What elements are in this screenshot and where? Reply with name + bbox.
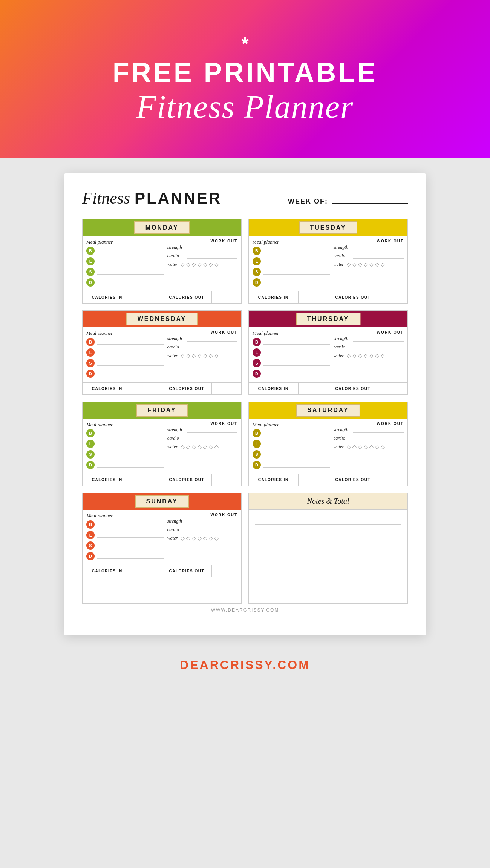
- water-drop: ◇: [181, 353, 185, 359]
- calories-out-value[interactable]: [378, 291, 407, 303]
- day-header-wednesday: WEDNESDAY: [83, 311, 241, 327]
- meal-row: B: [253, 338, 330, 346]
- cardio-label: cardio: [334, 344, 353, 350]
- calories-out-value[interactable]: [212, 565, 241, 577]
- meal-badge: L: [253, 348, 261, 357]
- water-drop: ◇: [347, 261, 351, 267]
- meal-line: [263, 371, 330, 376]
- water-drop: ◇: [203, 261, 207, 267]
- meal-planner-label: Meal planner: [253, 239, 330, 245]
- water-drop: ◇: [381, 261, 385, 267]
- calories-out-value[interactable]: [212, 383, 241, 394]
- cardio-label: cardio: [167, 436, 187, 441]
- day-header-label-wrap: FRIDAY: [136, 404, 187, 417]
- cardio-label: cardio: [167, 253, 187, 259]
- meal-badge: B: [86, 429, 95, 437]
- meal-row: S: [86, 450, 164, 459]
- workout-label: WORK OUT: [334, 239, 404, 243]
- header-planner: Planner: [244, 89, 354, 125]
- calories-out-label: CALORIES OUT: [328, 291, 378, 303]
- calories-out-label: CALORIES OUT: [162, 291, 212, 303]
- calories-out-label: CALORIES OUT: [162, 565, 212, 577]
- meal-line: [97, 259, 164, 264]
- meal-section: Meal plannerBLSD: [86, 513, 164, 563]
- meal-line: [97, 522, 164, 527]
- strength-line: [187, 336, 237, 342]
- water-row: water◇◇◇◇◇◇◇: [167, 261, 237, 267]
- strength-line: [353, 245, 404, 250]
- calories-out-value[interactable]: [212, 474, 241, 486]
- meal-badge: S: [86, 359, 95, 367]
- workout-label: WORK OUT: [167, 422, 237, 426]
- workout-section: WORK OUTstrengthcardiowater◇◇◇◇◇◇◇: [167, 513, 237, 563]
- cardio-line: [353, 436, 404, 441]
- day-header-label-wrap: MONDAY: [134, 221, 190, 234]
- water-label: water: [334, 444, 344, 450]
- water-row: water◇◇◇◇◇◇◇: [167, 535, 237, 541]
- calories-in-value[interactable]: [132, 383, 162, 394]
- meal-badge: B: [253, 247, 261, 255]
- calories-in-value[interactable]: [132, 291, 162, 303]
- meal-badge: B: [86, 247, 95, 255]
- meal-row: L: [86, 531, 164, 539]
- water-drop: ◇: [192, 444, 196, 450]
- meal-line: [263, 441, 330, 446]
- calories-in-value[interactable]: [299, 383, 328, 394]
- meal-line: [97, 431, 164, 436]
- day-name-label: THURSDAY: [307, 316, 349, 322]
- calories-out-value[interactable]: [378, 474, 407, 486]
- cardio-label: cardio: [334, 253, 353, 259]
- calories-in-label: CALORIES IN: [249, 474, 299, 486]
- water-drop: ◇: [181, 444, 185, 450]
- meal-line: [263, 360, 330, 366]
- water-drop: ◇: [198, 261, 202, 267]
- workout-section: WORK OUTstrengthcardiowater◇◇◇◇◇◇◇: [334, 330, 404, 380]
- day-content: Meal plannerBLSDWORK OUTstrengthcardiowa…: [83, 510, 241, 565]
- strength-label: strength: [167, 245, 187, 250]
- calories-in-value[interactable]: [299, 291, 328, 303]
- calories-in-value[interactable]: [132, 474, 162, 486]
- strength-line: [187, 519, 237, 524]
- water-drop: ◇: [209, 444, 213, 450]
- week-of-section: WEEK OF:: [288, 198, 408, 205]
- water-drop: ◇: [203, 353, 207, 359]
- footer-brand: DEARCRISSY.COM: [180, 650, 310, 683]
- calories-row: CALORIES INCALORIES OUT: [83, 474, 241, 486]
- meal-row: L: [253, 257, 330, 265]
- meal-row: S: [253, 359, 330, 367]
- day-content: Meal plannerBLSDWORK OUTstrengthcardiowa…: [249, 327, 407, 382]
- water-drop: ◇: [364, 261, 368, 267]
- meal-planner-label: Meal planner: [86, 422, 164, 428]
- days-grid: MONDAYMeal plannerBLSDWORK OUTstrengthca…: [82, 219, 408, 486]
- meal-badge: L: [86, 440, 95, 448]
- workout-label: WORK OUT: [334, 330, 404, 334]
- cardio-row: cardio: [334, 436, 404, 441]
- water-row: water◇◇◇◇◇◇◇: [334, 444, 404, 450]
- calories-in-value[interactable]: [299, 474, 328, 486]
- meal-row: B: [86, 429, 164, 437]
- meal-section: Meal plannerBLSD: [86, 330, 164, 380]
- water-drop: ◇: [186, 535, 190, 541]
- meal-badge: S: [86, 268, 95, 276]
- day-content: Meal plannerBLSDWORK OUTstrengthcardiowa…: [249, 236, 407, 291]
- meal-badge: D: [86, 461, 95, 469]
- strength-row: strength: [167, 336, 237, 342]
- day-block-thursday: THURSDAYMeal plannerBLSDWORK OUTstrength…: [248, 310, 408, 395]
- calories-out-value[interactable]: [378, 383, 407, 394]
- water-row: water◇◇◇◇◇◇◇: [167, 444, 237, 450]
- water-row: water◇◇◇◇◇◇◇: [334, 261, 404, 267]
- calories-in-label: CALORIES IN: [83, 291, 132, 303]
- meal-row: B: [86, 338, 164, 346]
- meal-line: [97, 248, 164, 253]
- water-label: water: [334, 262, 344, 267]
- notes-line: [255, 526, 401, 537]
- cardio-line: [353, 253, 404, 259]
- water-drop: ◇: [209, 353, 213, 359]
- meal-row: B: [86, 520, 164, 529]
- calories-in-value[interactable]: [132, 565, 162, 577]
- day-header-label-wrap: SATURDAY: [296, 404, 360, 417]
- notes-line: [255, 563, 401, 573]
- meal-line: [97, 339, 164, 345]
- calories-out-value[interactable]: [212, 291, 241, 303]
- strength-row: strength: [167, 427, 237, 433]
